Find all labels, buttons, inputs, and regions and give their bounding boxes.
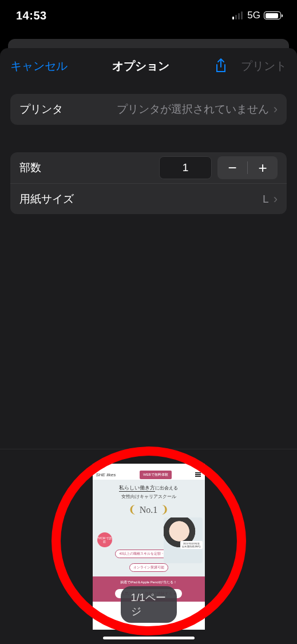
thumb-footer-line: 抽選でiPad＆Apple Pencilが当たる！ xyxy=(96,580,201,585)
paper-size-value: L xyxy=(74,193,269,206)
thumb-status-icons: ●●● xyxy=(195,465,201,468)
copies-row: 部数 1 − + xyxy=(10,152,287,183)
network-label: 5G xyxy=(247,10,260,21)
copies-label: 部数 xyxy=(19,160,153,175)
share-button[interactable] xyxy=(213,58,228,74)
laurel-left-icon: ❨ xyxy=(128,504,137,515)
status-bar: 14:53 5G xyxy=(0,0,297,31)
laurel-right-icon: ❩ xyxy=(160,504,169,515)
preview-area: 14:42 ●●● SHE likes WEBで無料体験 私らしい働き方に出会え… xyxy=(0,449,297,644)
thumb-cta-button: WEBで無料体験 xyxy=(140,471,172,479)
thumb-pill-2: オンライン受講可能 xyxy=(129,563,168,572)
page-count-badge: 1/1ページ xyxy=(121,586,177,623)
status-right: 5G xyxy=(232,10,281,21)
thumb-no1-badge: ❨ No.1 ❩ xyxy=(128,503,168,516)
copies-value-box[interactable]: 1 xyxy=(159,156,212,179)
thumb-hero-photo xyxy=(164,517,203,563)
increment-button[interactable]: + xyxy=(248,156,278,179)
clock: 14:53 xyxy=(16,9,47,22)
paper-size-row[interactable]: 用紙サイズ L › xyxy=(10,183,287,214)
copies-stepper: − + xyxy=(217,156,278,179)
chevron-right-icon: › xyxy=(274,103,278,116)
thumb-time: 14:42 xyxy=(96,465,105,468)
printer-row[interactable]: プリンタ プリンタが選択されていません › xyxy=(10,94,287,125)
background-sheet xyxy=(8,39,289,48)
print-button: プリント xyxy=(241,58,287,74)
thumb-caption: 2024年10月現在 会員 勝呂様(30代) xyxy=(180,541,202,549)
printer-label: プリンタ xyxy=(19,102,63,117)
settings-group: 部数 1 − + 用紙サイズ L › xyxy=(10,152,287,214)
thumb-hero-line1: 私らしい働き方に出会える xyxy=(96,484,201,492)
page-thumbnail[interactable]: 14:42 ●●● SHE likes WEBで無料体験 私らしい働き方に出会え… xyxy=(93,464,205,630)
sheet-title: オプション xyxy=(68,58,213,74)
no1-text: No.1 xyxy=(140,505,158,515)
battery-icon xyxy=(264,11,281,19)
thumb-logo: SHE likes xyxy=(96,472,116,477)
signal-icon xyxy=(232,11,243,19)
thumb-header: SHE likes WEBで無料体験 xyxy=(93,469,205,480)
thumb-hero-line2: 女性向けキャリアスクール xyxy=(96,493,201,500)
hamburger-icon xyxy=(195,472,201,477)
printer-group: プリンタ プリンタが選択されていません › xyxy=(10,94,287,125)
paper-size-label: 用紙サイズ xyxy=(19,192,74,207)
chevron-right-icon: › xyxy=(274,193,278,206)
share-icon xyxy=(215,58,227,74)
thumb-tvcm-badge: TVCM で話題 xyxy=(97,532,112,547)
printer-value: プリンタが選択されていません xyxy=(63,102,269,117)
print-options-sheet: キャンセル オプション プリント プリンタ プリンタが選択されていません › 部… xyxy=(0,48,297,644)
nav-bar: キャンセル オプション プリント xyxy=(0,48,297,84)
decrement-button[interactable]: − xyxy=(217,156,247,179)
thumb-hero: 私らしい働き方に出会える 女性向けキャリアスクール ❨ No.1 ❩ TVCM … xyxy=(93,480,205,576)
thumb-status-bar: 14:42 ●●● xyxy=(93,464,205,469)
cancel-button[interactable]: キャンセル xyxy=(10,58,68,74)
home-indicator[interactable] xyxy=(103,637,195,639)
